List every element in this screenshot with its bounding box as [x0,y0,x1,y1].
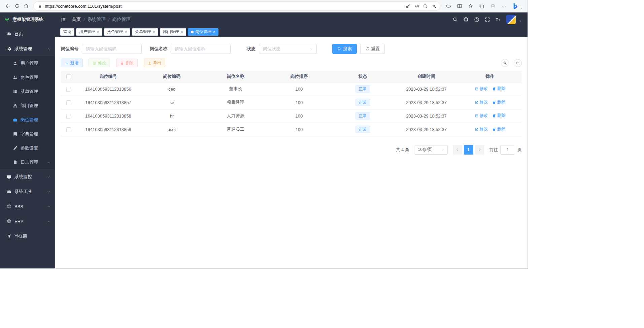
copilot-button[interactable] [510,2,519,11]
sidebar-item-dept-mgmt[interactable]: 部门管理 [0,99,55,113]
sidebar-item-log-mgmt[interactable]: 日志管理 [0,155,55,169]
tab-home[interactable]: 首页 [60,28,74,36]
help-icon[interactable] [474,17,479,22]
password-key-button[interactable] [404,2,412,10]
close-icon[interactable]: × [181,30,183,34]
page-size-select[interactable]: 10条/页 [414,145,448,155]
sidebar-item-home[interactable]: 首页 [0,27,55,41]
tab-user-mgmt[interactable]: 用户管理× [76,28,102,36]
cell-post-id: 1641030593112313858 [76,109,140,123]
refresh-button[interactable] [12,2,22,11]
post-code-input[interactable] [82,44,142,54]
next-page-button[interactable] [475,145,484,155]
breadcrumb: 首页/系统管理/岗位管理 [72,17,131,23]
row-delete-button[interactable]: 删除 [492,126,506,132]
search-button[interactable]: 搜索 [332,44,357,54]
font-size-icon[interactable]: TT [496,17,501,22]
profile-button[interactable] [488,2,497,11]
zoom-button[interactable] [421,2,429,10]
home-button[interactable] [22,2,31,11]
post-table: 岗位编号岗位编码岗位名称岗位排序状态创建时间操作 164103059311231… [55,71,528,136]
sidebar-item-bbs[interactable]: BBS [0,199,55,214]
edit-icon [475,114,479,118]
sidebar-item-post-mgmt[interactable]: 岗位管理 [0,113,55,127]
sidebar-item-system-mgmt[interactable]: 系统管理 [0,41,55,56]
sidebar-item-dict-mgmt[interactable]: 字典管理 [0,127,55,141]
breadcrumb-separator: / [108,17,110,22]
favorites-button[interactable] [466,2,475,11]
toggle-search-button[interactable] [501,59,509,67]
prev-page-button[interactable] [453,145,462,155]
sidebar-item-role-mgmt[interactable]: 角色管理 [0,70,55,85]
status-select[interactable]: 岗位状态 [259,44,317,54]
table-row: 1641030593112313856ceo董事长100正常2023-03-29… [61,82,522,96]
sidebar-item-param-settings[interactable]: 参数设置 [0,141,55,155]
fullscreen-icon[interactable] [485,17,490,22]
read-aloud-button[interactable]: A [412,2,420,10]
cell-post-name: 普通员工 [204,123,267,136]
user-avatar[interactable] [506,15,516,24]
add-favorite-button[interactable] [430,2,438,10]
sidebar-item-erp[interactable]: ERP [0,214,55,229]
tab-role-mgmt[interactable]: 角色管理× [104,28,130,36]
extensions-button[interactable] [444,2,453,11]
sidebar-item-yi-framework[interactable]: Yi框架 [0,229,55,243]
close-icon[interactable]: × [125,30,127,34]
row-checkbox[interactable] [66,127,71,132]
row-checkbox[interactable] [66,114,71,119]
row-checkbox[interactable] [66,100,71,105]
row-edit-button[interactable]: 修改 [475,113,488,119]
toolbox-icon [7,189,11,194]
tab-post-mgmt[interactable]: 岗位管理× [188,28,218,36]
goto-page-input[interactable] [500,145,515,155]
sidebar-item-menu-mgmt[interactable]: 菜单管理 [0,85,55,99]
book-icon [13,132,18,136]
app-logo[interactable]: 意框架管理系统 [0,12,55,27]
table-header-row: 岗位编号岗位编码岗位名称岗位排序状态创建时间操作 [61,71,522,82]
row-delete-button[interactable]: 删除 [492,113,506,119]
sidebar-item-user-mgmt[interactable]: 用户管理 [0,56,55,70]
reset-button[interactable]: 重置 [360,44,385,54]
dashboard-icon [7,32,11,36]
cell-post-name: 董事长 [204,82,267,96]
delete-button[interactable]: 删除 [116,59,138,67]
row-edit-button[interactable]: 修改 [475,126,488,132]
page-1-button[interactable]: 1 [464,145,473,155]
sidebar-item-system-tools[interactable]: 系统工具 [0,184,55,199]
search-icon[interactable] [452,17,458,22]
close-icon[interactable]: × [97,30,99,34]
edit-button[interactable]: 修改 [89,59,110,67]
tab-menu-mgmt[interactable]: 菜单管理× [132,28,158,36]
tab-dept-mgmt[interactable]: 部门管理× [160,28,186,36]
post-name-input[interactable] [171,44,231,54]
row-delete-button[interactable]: 删除 [492,86,506,92]
select-all-checkbox[interactable] [66,74,71,79]
monitor-icon [7,174,11,179]
github-icon[interactable] [463,17,469,22]
edit-icon [475,127,479,131]
collections-button[interactable] [477,2,486,11]
row-delete-button[interactable]: 删除 [492,99,506,105]
caret-down-icon [518,19,522,24]
chevron-up-icon [47,47,50,51]
users-icon [13,75,18,80]
post-code-label: 岗位编号 [61,46,78,52]
breadcrumb-item[interactable]: 首页 [72,17,81,23]
globe-icon [7,219,11,224]
add-button[interactable]: 新增 [61,59,82,67]
sidebar-fold-button[interactable] [61,17,66,23]
back-button[interactable] [3,2,12,11]
header-actions: TT [452,15,522,24]
row-edit-button[interactable]: 修改 [475,86,488,92]
close-icon[interactable]: × [153,30,155,34]
refresh-table-button[interactable] [514,59,522,67]
copilot-caret-icon [520,6,523,11]
row-edit-button[interactable]: 修改 [475,99,488,105]
browser-menu-button[interactable] [499,2,508,11]
sidebar-item-system-monitor[interactable]: 系统监控 [0,169,55,184]
close-icon[interactable]: × [213,30,215,34]
split-screen-button[interactable] [455,2,464,11]
export-button[interactable]: 导出 [144,59,165,67]
address-bar[interactable]: https://ccnetcore.com:1101/system/post A [33,1,440,11]
row-checkbox[interactable] [66,87,71,92]
